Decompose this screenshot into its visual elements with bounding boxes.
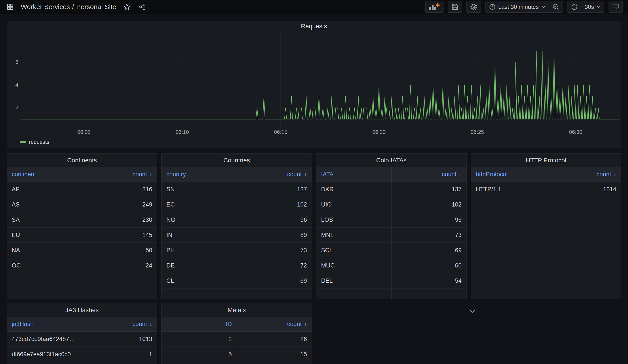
row-key-cell: UIO	[316, 197, 391, 212]
breadcrumb: Worker Services/Personal Site	[5, 2, 147, 12]
table-row: NA50	[7, 243, 157, 258]
row-key-cell: NG	[161, 212, 237, 227]
row-count-cell: 69	[391, 243, 467, 258]
sort-desc-icon: ↓	[613, 171, 617, 178]
panel-title[interactable]: Colo IATAs	[316, 153, 467, 167]
panel-title[interactable]: HTTP Protocol	[471, 153, 621, 167]
column-header-ID[interactable]: ID	[161, 317, 237, 331]
sort-desc-icon: ↓	[149, 171, 153, 178]
row-key-cell: EC	[161, 197, 237, 212]
x-tick-label: 06:20	[366, 129, 392, 135]
panel-title[interactable]: Continents	[7, 153, 157, 167]
time-range-group: Last 30 minutes	[485, 1, 563, 13]
table-row: CL69	[161, 273, 312, 289]
row-count-cell: 249	[82, 197, 157, 212]
column-header-count[interactable]: count↓	[82, 167, 157, 182]
refresh-interval-picker[interactable]: 30s	[581, 1, 604, 13]
time-range-picker[interactable]: Last 30 minutes	[485, 1, 549, 13]
table-row: DEL54	[316, 273, 467, 289]
sort-desc-icon: ↓	[149, 321, 153, 328]
table-row: MNL73	[316, 227, 467, 243]
panel-title[interactable]: JA3 Hashes	[7, 303, 157, 317]
table-row: PH73	[161, 243, 312, 258]
row-key-cell: MNL	[316, 227, 391, 242]
refresh-button[interactable]	[567, 1, 581, 13]
row-count-cell: 15	[237, 347, 312, 362]
count-header-label: count	[287, 171, 302, 178]
kiosk-mode-button[interactable]	[609, 1, 623, 13]
column-header-ja3Hash[interactable]: ja3Hash	[7, 317, 82, 331]
row-key-cell: HTTP/1.1	[471, 182, 546, 197]
dashboard-settings-button[interactable]	[467, 1, 481, 13]
row-count-cell: 1014	[546, 182, 621, 197]
requests-timeseries-plot[interactable]	[7, 21, 621, 148]
dashboard-toolbar: Last 30 minutes	[425, 1, 623, 13]
column-header-count[interactable]: count↓	[237, 167, 312, 182]
favorite-star-icon[interactable]	[122, 2, 132, 12]
row-key-cell: SA	[7, 212, 82, 227]
legend-item-requests[interactable]: requests	[20, 139, 49, 145]
breadcrumb-separator: /	[72, 3, 74, 10]
table-row: DKR137	[316, 182, 467, 197]
table-row: DE72	[161, 258, 312, 273]
x-tick-label: 06:10	[169, 129, 196, 135]
column-header-count[interactable]: count↓	[82, 317, 157, 331]
dashboard-row-chevron[interactable]	[468, 307, 477, 315]
row-count-cell: 137	[391, 182, 467, 197]
column-header-count[interactable]: count↓	[237, 317, 312, 331]
row-count-cell: 96	[391, 212, 467, 227]
y-tick-label: 4	[7, 82, 18, 88]
column-header-count[interactable]: count↓	[391, 167, 467, 182]
count-header-label: count	[132, 171, 147, 178]
column-header-country[interactable]: country	[161, 167, 237, 182]
dashboard-breadcrumb-title: Worker Services/Personal Site	[21, 3, 116, 11]
row-key-cell: 473cd7cb9faa642487…	[7, 332, 82, 347]
chevron-down-icon	[541, 5, 545, 8]
breadcrumb-page: Personal Site	[76, 3, 116, 10]
add-panel-button[interactable]	[425, 1, 444, 13]
breadcrumb-folder[interactable]: Worker Services	[21, 3, 70, 10]
x-tick-label: 06:05	[71, 129, 97, 135]
table-body: AF316AS249SA230EU145NA50OC24	[7, 182, 157, 273]
table-row: NG96	[161, 212, 312, 227]
share-icon[interactable]	[138, 2, 147, 12]
row-count-cell: 89	[237, 227, 312, 242]
row-count-cell: 102	[391, 197, 467, 212]
row-key-cell: EU	[7, 227, 82, 242]
panel-title[interactable]: Metals	[161, 303, 312, 317]
table-row: 473cd7cb9faa642487…1013	[7, 332, 157, 347]
count-header-label: count	[442, 171, 456, 178]
row-key-cell: AF	[7, 182, 82, 197]
table-row: df669e7ea913f1ac0c0…1	[7, 347, 157, 362]
column-header-httpProtocol[interactable]: httpProtocol	[471, 167, 546, 182]
y-tick-label: 2	[7, 104, 18, 111]
table-row: LOS96	[316, 212, 467, 227]
count-header-label: count	[287, 321, 302, 328]
row-key-cell: 2	[161, 332, 237, 347]
zoom-out-time-button[interactable]	[549, 1, 563, 13]
row-count-cell: 316	[82, 182, 157, 197]
row-key-cell: AS	[7, 197, 82, 212]
grafana-dashboard: Worker Services/Personal Site	[0, 0, 628, 364]
table-body: HTTP/1.11014	[471, 182, 621, 197]
plus-glyph	[436, 3, 440, 7]
table-row: SCL69	[316, 243, 467, 258]
table-row: UIO102	[316, 197, 467, 212]
column-header-IATA[interactable]: IATA	[316, 167, 391, 182]
row-count-cell: 102	[237, 197, 312, 212]
panel-title[interactable]: Countries	[161, 153, 312, 167]
row-count-cell: 54	[391, 273, 467, 288]
row-count-cell: 145	[82, 227, 157, 242]
dashboards-grid-icon[interactable]	[5, 2, 15, 12]
row-count-cell: 69	[237, 273, 312, 288]
table-row: AS249	[7, 197, 157, 212]
column-header-count[interactable]: count↓	[546, 167, 621, 182]
panel-continents: Continentscontinentcount↓AF316AS249SA230…	[7, 153, 157, 299]
table-body: SN137EC102NG96IN89PH73DE72CL69	[161, 182, 312, 299]
row-count-cell: 72	[237, 258, 312, 273]
save-dashboard-button[interactable]	[448, 1, 462, 13]
top-navbar: Worker Services/Personal Site	[0, 0, 628, 14]
panel-requests: Requests 246 06:0506:1006:1506:2006:2506…	[7, 21, 621, 148]
column-header-continent[interactable]: continent	[7, 167, 82, 182]
table-row: MUC60	[316, 258, 467, 273]
